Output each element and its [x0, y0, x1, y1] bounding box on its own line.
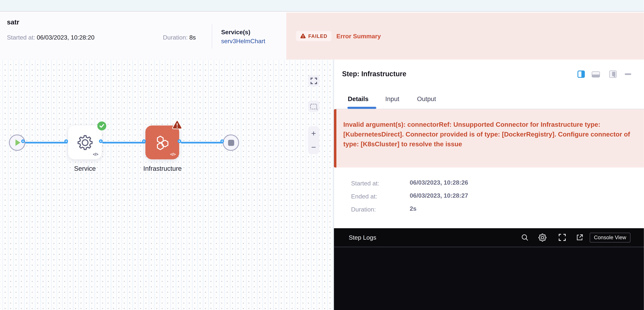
error-box-stripe: [334, 109, 336, 167]
detail-ended-label: Ended at:: [351, 193, 377, 200]
duration-label: Duration:: [163, 34, 188, 41]
header-divider: [212, 24, 212, 49]
play-icon: [16, 139, 20, 146]
canvas-fullscreen-button[interactable]: [308, 75, 319, 86]
failure-warning-icon: [172, 120, 183, 132]
edge-start-to-service: [24, 142, 68, 143]
connector-port: [99, 139, 103, 143]
status-badge-text: FAILED: [308, 33, 328, 39]
services-label: Service(s): [221, 29, 250, 36]
hexagons-icon: [154, 135, 170, 150]
layout-floating-panel-inner: [612, 72, 615, 76]
detail-started-value: 06/03/2023, 10:28:26: [410, 179, 468, 186]
layout-horizontal-split-icon[interactable]: [592, 71, 600, 77]
stop-icon: [228, 140, 234, 146]
node-label-service: Service: [68, 165, 102, 172]
pipeline-canvas[interactable]: [0, 60, 334, 310]
gear-icon: [76, 133, 94, 152]
error-message-text: Invalid argument(s): connectorRef: Unsup…: [343, 120, 631, 149]
console-view-button[interactable]: Console View: [590, 233, 630, 242]
started-at-row: Started at:06/03/2023, 10:28:20: [7, 34, 94, 41]
top-strip: [0, 0, 644, 12]
warning-triangle-icon: [300, 34, 306, 39]
tab-details[interactable]: Details: [348, 95, 368, 103]
error-summary-link[interactable]: Error Summary: [336, 31, 381, 41]
started-at-value: 06/03/2023, 10:28:20: [37, 34, 94, 41]
code-icon: </>: [170, 152, 176, 156]
node-service[interactable]: </>: [68, 126, 102, 159]
end-node[interactable]: [223, 135, 239, 151]
open-in-new-tab-icon[interactable]: [576, 233, 584, 241]
tab-input[interactable]: Input: [385, 95, 399, 103]
canvas-marquee-select-button[interactable]: ↓: [308, 101, 319, 112]
logs-fullscreen-icon[interactable]: [558, 233, 566, 241]
duration-value: 8s: [189, 34, 196, 41]
step-logs-console-area[interactable]: [334, 246, 644, 310]
connector-port: [21, 139, 25, 143]
fullscreen-icon: [310, 77, 317, 84]
connector-port: [64, 139, 68, 143]
connector-port: [178, 139, 181, 143]
zoom-in-button[interactable]: +: [311, 129, 316, 137]
zoom-out-button[interactable]: −: [311, 143, 316, 151]
active-tab-underline: [348, 107, 376, 109]
edge-service-to-infrastructure: [102, 142, 146, 143]
marquee-select-icon: ↓: [310, 104, 317, 109]
service-link[interactable]: serv3HelmChart: [221, 38, 265, 45]
marquee-arrow-glyph: ↓: [316, 107, 318, 111]
canvas-zoom-controls: + −: [308, 126, 319, 154]
minimize-panel-icon[interactable]: [625, 73, 631, 75]
app-root: satr Started at:06/03/2023, 10:28:20 Dur…: [0, 0, 644, 310]
panel-title: Step: Infrastructure: [342, 70, 406, 78]
code-icon: </>: [93, 152, 98, 156]
success-check-icon: [97, 121, 106, 130]
step-logs-bar: Step Logs Console View: [334, 228, 644, 246]
layout-floating-panel-dash: [614, 76, 615, 77]
connector-port: [142, 139, 146, 143]
detail-started-label: Started at:: [351, 180, 379, 187]
tab-output[interactable]: Output: [417, 95, 436, 103]
layout-floating-panel-icon[interactable]: [609, 71, 616, 78]
layout-vertical-split-icon[interactable]: [578, 71, 585, 78]
log-settings-gear-icon[interactable]: [538, 233, 548, 242]
status-badge: FAILED: [296, 31, 332, 41]
duration-row: Duration:8s: [163, 34, 196, 41]
node-label-infrastructure: Infrastructure: [135, 165, 190, 172]
started-at-label: Started at:: [7, 34, 35, 41]
detail-ended-value: 06/03/2023, 10:28:27: [410, 192, 468, 199]
edge-infrastructure-to-end: [181, 142, 224, 143]
search-icon[interactable]: [522, 234, 529, 241]
pipeline-name: satr: [7, 18, 19, 26]
detail-duration-value: 2s: [410, 205, 416, 212]
detail-duration-label: Duration:: [351, 206, 376, 213]
connector-port: [220, 139, 224, 143]
step-logs-title: Step Logs: [349, 234, 376, 241]
